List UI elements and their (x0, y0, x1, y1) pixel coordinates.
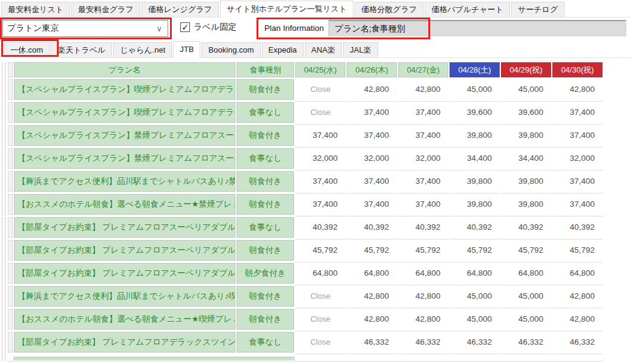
price-cell: 42,800 (552, 286, 603, 308)
column-header-6[interactable]: 04/29(祝) (501, 62, 551, 77)
app-window: 最安料金リスト最安料金グラフ価格レンジグラフサイト別ホテルプラン一覧リスト価格分… (0, 0, 631, 364)
price-cell: 40,392 (398, 217, 448, 239)
table-row[interactable]: 【スペシャルプライスプラン】喫煙プレミアムフロアデラックスツイン食事なしClos… (8, 102, 603, 125)
panel-splitter[interactable] (2, 62, 2, 216)
price-cell: 37,400 (398, 102, 448, 125)
table-row[interactable]: 【部屋タイプお約束】 プレミアムフロアスーペリアダブル30平米朝食付き45,79… (8, 240, 603, 263)
price-cell: 45,792 (398, 240, 448, 262)
price-cell: 40,392 (295, 217, 345, 239)
plan-name-cell: 【おススメのホテル朝食】選べる朝食メニュー★喫煙プレミアムフロア (14, 309, 235, 330)
plan-information-field[interactable]: プラン名;食事種別 (329, 20, 626, 37)
table-row[interactable]: 【スペシャルプライスプラン】禁煙プレミアムフロアスーペリアダブル食事なし32,0… (8, 148, 603, 171)
row-header-cell (8, 263, 13, 284)
column-header-7[interactable]: 04/30(祝) (552, 62, 603, 77)
price-cell: 40,392 (450, 217, 500, 239)
table-row[interactable]: 【部屋タイプお約束】 プレミアムフロアデラックスツイン36平米食事なしClose… (8, 332, 603, 355)
site-tab-3[interactable]: JTB (173, 41, 200, 58)
price-cell: 64,800 (450, 263, 500, 285)
table-row[interactable]: 【部屋タイプお約束】 プレミアムフロアスーペリアダブル30平米朝夕食付き64,8… (8, 263, 603, 286)
site-tab-7[interactable]: JAL楽 (343, 42, 378, 58)
meal-type-cell: 食事なし (237, 217, 294, 238)
meal-type-cell: 朝食付き (237, 194, 294, 215)
table-row[interactable]: 【部屋タイプお約束】 プレミアムフロアスーペリアダブル30平米食事なし40,39… (8, 217, 603, 240)
panel-splitter[interactable] (5, 62, 5, 216)
main-tab-1[interactable]: 最安料金グラフ (71, 2, 140, 18)
meal-type-cell: 朝食付き (237, 286, 294, 307)
main-tab-6[interactable]: サーチログ (511, 2, 564, 18)
price-cell: 42,800 (552, 309, 603, 331)
panel-splitter[interactable] (2, 218, 2, 360)
table-row[interactable]: 【舞浜までアクセス便利】品川駅までシャトルバスあり♪禁煙プレミアム朝食付き37,… (8, 171, 603, 194)
price-cell: 45,792 (501, 240, 551, 262)
price-cell: 45,000 (450, 286, 500, 308)
price-cell: 42,800 (398, 286, 448, 308)
column-header-5[interactable]: 04/28(土) (450, 62, 500, 77)
price-cell: 37,400 (347, 194, 397, 216)
site-tab-4[interactable]: Booking.com (201, 42, 260, 58)
price-cell: 32,000 (347, 148, 397, 171)
price-cell: 39,800 (450, 171, 500, 193)
plan-name-cell: 【舞浜までアクセス便利】品川駅までシャトルバスあり♪禁煙プレミアム (14, 171, 235, 192)
plan-name-cell: 【部屋タイプお約束】 プレミアムフロアスーペリアダブル30平米 (14, 263, 235, 284)
price-cell: 45,792 (552, 240, 603, 262)
chevron-down-icon[interactable]: ∨ (156, 25, 168, 33)
table-row[interactable]: 【スペシャルプライスプラン】喫煙プレミアムフロアデラックスツイン朝食付きClos… (8, 79, 603, 102)
table-row[interactable]: 【スペシャルプライスプラン】禁煙プレミアムフロアスーペリアダブル朝食付き37,4… (8, 125, 603, 148)
table-body: 【スペシャルプライスプラン】喫煙プレミアムフロアデラックスツイン朝食付きClos… (8, 79, 603, 355)
site-tab-2[interactable]: じゃらん.net (113, 42, 172, 58)
row-header-cell (8, 194, 13, 215)
price-cell-closed: Close (295, 286, 345, 308)
meal-type-cell: 食事なし (237, 102, 294, 123)
price-cell: 37,400 (398, 171, 448, 193)
row-header-cell (8, 125, 13, 146)
meal-type-cell: 朝夕食付き (237, 263, 294, 284)
plan-name-cell: 【スペシャルプライスプラン】禁煙プレミアムフロアスーペリアダブル (14, 148, 235, 169)
price-cell: 39,800 (450, 194, 500, 216)
price-cell: 42,800 (398, 79, 448, 102)
table-header-row: プラン名食事種別04/25(水)04/26(木)04/27(金)04/28(土)… (8, 62, 603, 77)
main-tab-2[interactable]: 価格レンジグラフ (142, 2, 219, 18)
price-cell: 46,332 (501, 332, 551, 354)
table-row[interactable]: 【おススメのホテル朝食】選べる朝食メニュー★禁煙プレミアムフロア朝食付き37,4… (8, 194, 603, 217)
price-cell: 45,792 (450, 240, 500, 262)
main-tab-4[interactable]: 価格分散グラフ (355, 2, 423, 18)
column-header-0[interactable]: プラン名 (14, 62, 235, 77)
price-cell: 64,800 (501, 263, 551, 285)
label-lock-checkbox-group[interactable]: ✓ ラベル固定 (180, 22, 237, 33)
plan-name-cell: 【おススメのホテル朝食】選べる朝食メニュー★禁煙プレミアムフロア (14, 194, 235, 215)
hotel-select-value: プラトン東京 (7, 23, 59, 34)
site-tab-1[interactable]: 楽天トラベル (51, 42, 112, 58)
column-header-1[interactable]: 食事種別 (237, 62, 294, 77)
site-tab-6[interactable]: ANA楽 (305, 42, 342, 58)
price-cell-closed: Close (295, 332, 345, 354)
main-tab-5[interactable]: 価格バブルチャート (425, 2, 510, 18)
main-tab-0[interactable]: 最安料金リスト (1, 2, 70, 18)
price-cell: 64,800 (552, 263, 603, 285)
meal-type-cell: 朝食付き (237, 79, 294, 100)
meal-type-cell: 朝食付き (237, 171, 294, 192)
table-row[interactable]: 【舞浜までアクセス便利】品川駅までシャトルバスあり♪喫煙プレミアム朝食付きClo… (8, 286, 603, 309)
column-header-2[interactable]: 04/25(水) (295, 62, 345, 77)
table-row[interactable]: 【おススメのホテル朝食】選べる朝食メニュー★喫煙プレミアムフロア朝食付きClos… (8, 309, 603, 332)
meal-type-cell: 朝食付き (237, 240, 294, 261)
price-cell: 64,800 (347, 263, 397, 285)
plan-name-cell: 【部屋タイプお約束】 プレミアムフロアスーペリアダブル30平米 (14, 240, 235, 261)
meal-type-cell: 食事なし (237, 332, 294, 353)
plan-price-table: プラン名食事種別04/25(水)04/26(木)04/27(金)04/28(土)… (8, 62, 603, 355)
price-cell: 46,332 (398, 332, 448, 354)
price-cell: 37,400 (347, 125, 397, 148)
price-cell: 42,800 (398, 309, 448, 331)
label-lock-checkbox-label: ラベル固定 (194, 22, 237, 33)
panel-splitter[interactable] (5, 218, 5, 360)
hotel-select-combobox[interactable]: プラトン東京 ∨ (2, 20, 168, 37)
checkbox-checked[interactable]: ✓ (180, 22, 190, 32)
site-tab-0[interactable]: 一休.com (4, 42, 50, 58)
price-cell: 39,800 (450, 125, 500, 148)
main-tab-3[interactable]: サイト別ホテルプラン一覧リスト (220, 1, 354, 18)
row-header-cell (8, 240, 13, 261)
column-header-3[interactable]: 04/26(木) (347, 62, 397, 77)
price-cell: 39,800 (501, 171, 551, 193)
column-header-4[interactable]: 04/27(金) (398, 62, 448, 77)
price-cell: 37,400 (295, 194, 345, 216)
site-tab-5[interactable]: Expedia (262, 42, 304, 58)
